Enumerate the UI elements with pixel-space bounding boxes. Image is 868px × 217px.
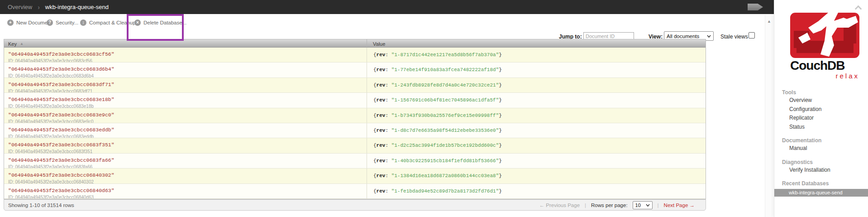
- sidebar-item-configuration[interactable]: Configuration: [774, 105, 868, 114]
- recent-database-item[interactable]: wkb-integra-queue-send: [774, 189, 868, 197]
- couchdb-logo[interactable]: CouchDB relax: [790, 13, 859, 79]
- question-circle-icon: ?: [47, 19, 53, 26]
- sidebar-item-manual[interactable]: Manual: [774, 144, 868, 153]
- view-select-value: All documents: [667, 34, 699, 39]
- breadcrumb-bar: Overview › wkb-integra-queue-send: [0, 0, 774, 14]
- table-row: "064940a49453f2e3a0e3cbcc0683eddb" ID: 0…: [4, 123, 706, 138]
- doc-key-link[interactable]: "064940a49453f2e3a0e3cbcc0683fa66": [8, 157, 114, 163]
- recent-databases-header: Recent Databases: [774, 180, 868, 187]
- table-row: "064940a49453f2e3a0e3cbcc06840302" ID: 0…: [4, 169, 706, 183]
- doc-key-link[interactable]: "064940a49453f2e3a0e3cbcc0683d6b4": [8, 66, 114, 72]
- key-cell: "064940a49453f2e3a0e3cbcc0683d6b4" ID: 0…: [4, 63, 367, 77]
- stale-views-checkbox[interactable]: [749, 32, 755, 39]
- doc-value: {rev: "1-fe1bdad94e52c89d7b2a8173d2fd76d…: [367, 184, 706, 198]
- doc-id-subtext: ID: 064940a49453f2e3a0e3cbcc0683d6b4: [8, 73, 367, 77]
- rows-per-page-select[interactable]: 10: [633, 201, 653, 209]
- collapse-chevron-icon[interactable]: [855, 5, 862, 13]
- doc-key-link[interactable]: "064940a49453f2e3a0e3cbcc06840d63": [8, 188, 114, 193]
- key-cell: "064940a49453f2e3a0e3cbcc06840d63" ID: 0…: [4, 184, 367, 198]
- breadcrumb-current-database: wkb-integra-queue-send: [45, 4, 109, 10]
- doc-id-subtext: ID: 064940a49453f2e3a0e3cbcc0683e18b: [8, 104, 367, 107]
- sidebar-toggle-arrow-icon[interactable]: [748, 4, 763, 10]
- doc-id-subtext: ID: 064940a49453f2e3a0e3cbcc0683fa66: [8, 164, 367, 168]
- value-header-label: Value: [373, 41, 385, 47]
- breadcrumb-overview-link[interactable]: Overview: [8, 4, 32, 10]
- doc-value: {rev: "1-d8c7d7e6635a98f54d12ebebe33536e…: [367, 123, 706, 138]
- key-cell: "064940a49453f2e3a0e3cbcc0683fa66" ID: 0…: [4, 154, 367, 168]
- key-header-label: Key: [8, 41, 17, 47]
- doc-id-subtext: ID: 064940a49453f2e3a0e3cbcc0683df71: [8, 89, 367, 92]
- main-scrollbar[interactable]: ▲: [765, 15, 773, 217]
- chevron-down-icon: [646, 204, 650, 207]
- sidebar-section: Tools OverviewConfigurationReplicatorSta…: [774, 89, 868, 131]
- doc-value: {rev: "1-243fdb8928fe8d7d4a0c4e720c32ce2…: [367, 78, 706, 92]
- doc-key-link[interactable]: "064940a49453f2e3a0e3cbcc0683df71": [8, 82, 114, 87]
- doc-id-subtext: ID: 064940a49453f2e3a0e3cbcc06840d63: [8, 195, 367, 198]
- sidebar-item-verify-installation[interactable]: Verify Installation: [774, 166, 868, 175]
- doc-value: {rev: "1-1567691c06b4f81ec7045896ac1dfa5…: [367, 93, 706, 107]
- chevron-down-icon: [707, 35, 711, 38]
- logo-tagline: relax: [790, 72, 859, 79]
- table-row: "064940a49453f2e3a0e3cbcc0683df71" ID: 0…: [4, 78, 706, 93]
- documents-table: Key ▲ Value "064940a49453f2e3a0e3cbcc068…: [4, 39, 706, 199]
- sidebar-item-replicator[interactable]: Replicator: [774, 114, 868, 123]
- doc-value: {rev: "1-8717d1c442ee1217ea5d8b56f7ab370…: [367, 48, 706, 62]
- table-row: "064940a49453f2e3a0e3cbcc0683e18b" ID: 0…: [4, 93, 706, 108]
- table-header-row: Key ▲ Value: [4, 39, 706, 48]
- doc-key-link[interactable]: "064940a49453f2e3a0e3cbcc0683e9c0": [8, 112, 114, 118]
- table-row: "064940a49453f2e3a0e3cbcc0683e9c0" ID: 0…: [4, 108, 706, 123]
- table-header-key[interactable]: Key ▲: [4, 39, 367, 47]
- doc-value: {rev: "1-b7343f930b0a25576ef9ce15e09998f…: [367, 108, 706, 123]
- doc-id-subtext: ID: 064940a49453f2e3a0e3cbcc0683f351: [8, 149, 367, 153]
- table-row: "064940a49453f2e3a0e3cbcc0683f351" ID: 0…: [4, 138, 706, 153]
- sidebar-section: Diagnostics Verify Installation: [774, 159, 868, 175]
- doc-value: {rev: "1-1384d16ea18d6872a0860b144cc03ea…: [367, 169, 706, 183]
- sidebar-item-status[interactable]: Status: [774, 123, 868, 132]
- doc-key-link[interactable]: "064940a49453f2e3a0e3cbcc0683e18b": [8, 96, 114, 102]
- new-document-button[interactable]: + New Document: [7, 19, 52, 26]
- compact-cleanup-button[interactable]: ↕ Compact & Cleanup...: [80, 19, 140, 26]
- sidebar-section-header: Diagnostics: [774, 159, 868, 166]
- table-body: "064940a49453f2e3a0e3cbcc0683cf56" ID: 0…: [4, 48, 706, 199]
- pagination-separator: |: [585, 203, 586, 208]
- toolbar: + New Document ? Security... ↕ Compact &…: [0, 14, 774, 31]
- breadcrumb-separator-icon: ›: [38, 4, 40, 11]
- pagination-controls: ← Previous Page | Rows per page: 10 | Ne…: [539, 201, 695, 209]
- sidebar-section-header: Tools: [774, 89, 868, 96]
- table-row: "064940a49453f2e3a0e3cbcc0683fa66" ID: 0…: [4, 154, 706, 169]
- futon-app: Overview › wkb-integra-queue-send + New …: [0, 0, 868, 217]
- next-page-link[interactable]: Next Page →: [664, 203, 695, 208]
- showing-rows-text: Showing 1-10 of 31514 rows: [8, 203, 74, 208]
- table-row: "064940a49453f2e3a0e3cbcc0683d6b4" ID: 0…: [4, 63, 706, 77]
- key-cell: "064940a49453f2e3a0e3cbcc0683e9c0" ID: 0…: [4, 108, 367, 123]
- key-cell: "064940a49453f2e3a0e3cbcc0683df71" ID: 0…: [4, 78, 367, 92]
- table-row: "064940a49453f2e3a0e3cbcc06840d63" ID: 0…: [4, 184, 706, 199]
- doc-key-link[interactable]: "064940a49453f2e3a0e3cbcc0683f351": [8, 142, 114, 148]
- key-cell: "064940a49453f2e3a0e3cbcc0683f351" ID: 0…: [4, 138, 367, 153]
- sidebar: CouchDB relax Tools OverviewConfiguratio…: [774, 0, 868, 217]
- key-cell: "064940a49453f2e3a0e3cbcc0683eddb" ID: 0…: [4, 123, 367, 138]
- logo-title: CouchDB: [790, 59, 859, 72]
- doc-key-link[interactable]: "064940a49453f2e3a0e3cbcc0683cf56": [8, 51, 114, 57]
- security-button[interactable]: ? Security...: [47, 19, 78, 26]
- doc-value: {rev: "1-d2c25ac3994f1de1b57bce192bdd600…: [367, 138, 706, 153]
- doc-key-link[interactable]: "064940a49453f2e3a0e3cbcc0683eddb": [8, 127, 114, 133]
- couchdb-logo-graphic: [790, 13, 859, 58]
- rows-per-page-value: 10: [635, 203, 641, 208]
- scroll-up-icon[interactable]: ▲: [765, 19, 773, 24]
- pagination-bar: Showing 1-10 of 31514 rows ← Previous Pa…: [4, 199, 706, 211]
- table-row: "064940a49453f2e3a0e3cbcc0683cf56" ID: 0…: [4, 48, 706, 63]
- delete-database-button[interactable]: × Delete Database...: [134, 19, 186, 26]
- compact-circle-icon: ↕: [80, 19, 86, 26]
- sidebar-section: Documentation Manual: [774, 137, 868, 153]
- pagination-separator: |: [658, 203, 659, 208]
- sort-ascending-icon: ▲: [20, 42, 24, 46]
- doc-key-link[interactable]: "064940a49453f2e3a0e3cbcc06840302": [8, 172, 114, 178]
- delete-circle-icon: ×: [134, 19, 141, 26]
- previous-page-link: ← Previous Page: [539, 203, 580, 208]
- sidebar-section-header: Documentation: [774, 137, 868, 144]
- sidebar-item-overview[interactable]: Overview: [774, 96, 868, 105]
- key-cell: "064940a49453f2e3a0e3cbcc0683cf56" ID: 0…: [4, 48, 367, 62]
- rows-per-page-label: Rows per page:: [591, 203, 628, 208]
- table-header-value[interactable]: Value: [367, 39, 706, 47]
